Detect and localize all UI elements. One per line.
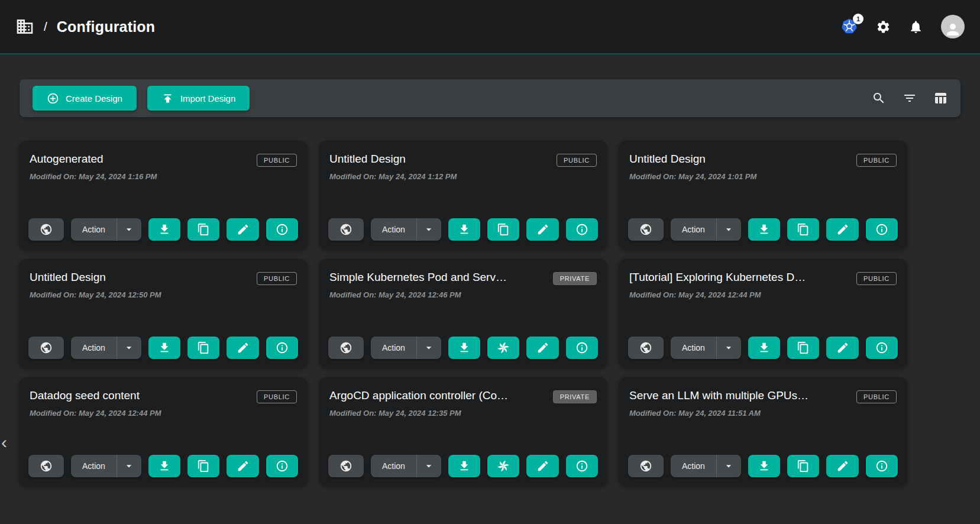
globe-icon	[639, 460, 652, 473]
download-icon	[458, 341, 471, 354]
action-button[interactable]: Action	[371, 337, 416, 359]
design-title: ArgoCD application controller (Co…	[329, 389, 508, 402]
clone-button[interactable]	[787, 455, 819, 477]
pencil-icon	[836, 223, 849, 236]
publish-globe-button[interactable]	[628, 455, 664, 477]
action-dropdown-toggle[interactable]	[117, 218, 141, 241]
publish-globe-button[interactable]	[328, 455, 364, 477]
download-button[interactable]	[148, 337, 180, 359]
edit-button[interactable]	[826, 337, 858, 359]
designs-grid: Autogenerated PUBLIC Modified On: May 24…	[20, 141, 907, 486]
action-button[interactable]: Action	[671, 218, 716, 241]
download-button[interactable]	[448, 218, 480, 241]
publish-globe-button[interactable]	[28, 337, 64, 359]
action-button[interactable]: Action	[671, 337, 716, 359]
publish-globe-button[interactable]	[328, 218, 364, 241]
breadcrumb-separator: /	[44, 20, 47, 34]
action-dropdown-toggle[interactable]	[416, 218, 441, 241]
settings-gear-icon[interactable]	[876, 20, 891, 34]
action-dropdown-toggle[interactable]	[716, 455, 741, 477]
breadcrumb: / Configuration	[15, 17, 155, 36]
edit-button[interactable]	[227, 337, 258, 359]
info-button[interactable]	[866, 218, 898, 241]
organization-building-icon[interactable]	[15, 17, 34, 36]
action-dropdown-toggle[interactable]	[716, 337, 741, 359]
download-button[interactable]	[448, 337, 480, 359]
edit-button[interactable]	[526, 337, 558, 359]
chevron-down-icon	[123, 224, 135, 235]
info-button[interactable]	[566, 455, 598, 477]
clone-button[interactable]	[787, 218, 819, 241]
edit-button[interactable]	[227, 218, 258, 241]
card-actions: Action	[628, 337, 898, 359]
edit-button[interactable]	[227, 455, 258, 477]
filter-icon[interactable]	[903, 91, 917, 105]
edit-button[interactable]	[526, 218, 558, 241]
clone-button[interactable]	[187, 337, 219, 359]
design-spark-button[interactable]	[487, 455, 519, 477]
clone-button[interactable]	[787, 337, 819, 359]
info-button[interactable]	[866, 337, 898, 359]
drawer-collapse-toggle[interactable]: ‹	[1, 434, 7, 451]
download-button[interactable]	[448, 455, 480, 477]
modified-date: Modified On: May 24, 2024 1:01 PM	[629, 172, 897, 181]
action-button[interactable]: Action	[671, 455, 716, 477]
visibility-badge: PRIVATE	[553, 390, 597, 403]
download-button[interactable]	[748, 455, 780, 477]
search-icon[interactable]	[872, 91, 886, 105]
info-button[interactable]	[866, 455, 898, 477]
download-button[interactable]	[748, 337, 780, 359]
publish-globe-button[interactable]	[628, 218, 664, 241]
info-button[interactable]	[266, 218, 298, 241]
info-button[interactable]	[266, 337, 298, 359]
chevron-down-icon	[723, 224, 735, 235]
download-button[interactable]	[148, 218, 180, 241]
action-dropdown-toggle[interactable]	[716, 218, 741, 241]
publish-globe-button[interactable]	[28, 455, 64, 477]
clone-button[interactable]	[187, 455, 219, 477]
upload-icon	[161, 92, 174, 105]
toolbar-buttons: Create Design Import Design	[33, 86, 250, 111]
action-dropdown-toggle[interactable]	[117, 455, 141, 477]
publish-globe-button[interactable]	[628, 337, 664, 359]
info-button[interactable]	[266, 455, 298, 477]
info-icon	[276, 460, 289, 473]
edit-button[interactable]	[826, 218, 858, 241]
download-icon	[758, 223, 771, 236]
globe-icon	[40, 460, 53, 473]
table-view-icon[interactable]	[933, 91, 947, 105]
design-card: Autogenerated PUBLIC Modified On: May 24…	[20, 141, 307, 249]
clone-button[interactable]	[487, 218, 519, 241]
action-dropdown-toggle[interactable]	[416, 455, 441, 477]
info-button[interactable]	[566, 337, 598, 359]
action-button[interactable]: Action	[71, 218, 117, 241]
action-dropdown-toggle[interactable]	[117, 337, 141, 359]
notifications-bell-icon[interactable]	[908, 20, 923, 34]
user-avatar[interactable]	[941, 15, 965, 38]
action-button[interactable]: Action	[371, 455, 416, 477]
download-button[interactable]	[748, 218, 780, 241]
action-button[interactable]: Action	[371, 218, 416, 241]
download-button[interactable]	[148, 455, 180, 477]
action-split-button: Action	[71, 455, 141, 477]
info-button[interactable]	[566, 218, 598, 241]
action-button[interactable]: Action	[71, 455, 117, 477]
copy-icon	[797, 460, 810, 473]
design-spark-button[interactable]	[487, 337, 519, 359]
kubernetes-context-button[interactable]: 1	[840, 18, 858, 35]
chevron-down-icon	[423, 460, 435, 472]
action-dropdown-toggle[interactable]	[416, 337, 441, 359]
import-design-label: Import Design	[180, 93, 235, 103]
edit-button[interactable]	[826, 455, 858, 477]
design-title: Untitled Design	[30, 271, 106, 284]
info-icon	[276, 223, 289, 236]
copy-icon	[197, 341, 210, 354]
edit-button[interactable]	[526, 455, 558, 477]
copy-icon	[497, 223, 510, 236]
publish-globe-button[interactable]	[28, 218, 64, 241]
publish-globe-button[interactable]	[328, 337, 364, 359]
import-design-button[interactable]: Import Design	[147, 86, 250, 111]
action-button[interactable]: Action	[71, 337, 117, 359]
create-design-button[interactable]: Create Design	[33, 86, 137, 111]
clone-button[interactable]	[187, 218, 219, 241]
